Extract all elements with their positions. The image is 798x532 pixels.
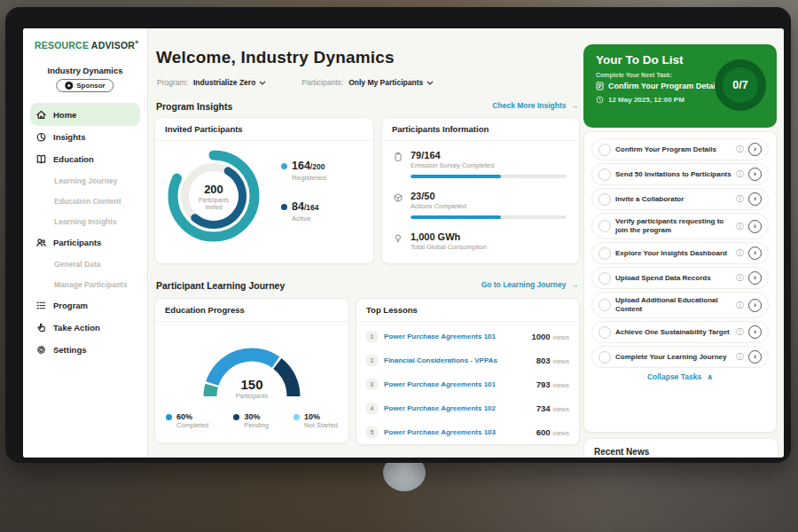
rank-badge: 3 (366, 379, 378, 390)
app-logo: RESOURCE ADVISOR+ (35, 38, 139, 51)
task-row[interactable]: Invite a Collaborator ⓘ › (591, 188, 769, 210)
chevron-right-icon[interactable]: › (748, 325, 762, 339)
task-row[interactable]: Achieve One Sustainability Target ⓘ › (591, 321, 769, 343)
collapse-tasks-link[interactable]: Collapse Tasks ∧ (584, 372, 776, 381)
top-lessons-card: Top Lessons 1 Power Purchase Agreements … (356, 298, 580, 445)
task-checkbox[interactable] (598, 144, 611, 156)
dashboard-screen: RESOURCE ADVISOR+ Industry Dynamics Spon… (23, 28, 784, 458)
rank-badge: 5 (366, 426, 378, 438)
task-checkbox[interactable] (598, 326, 611, 339)
task-row[interactable]: Complete Your Learning Journey ⓘ › (591, 346, 769, 368)
lesson-row: 4 Power Purchase Agreements 102 734 view… (356, 396, 579, 420)
section-learning-journey: Participant Learning Journey (156, 280, 285, 291)
todo-task-list: Confirm Your Program Details ⓘ › Send 50… (583, 131, 777, 433)
sidebar: RESOURCE ADVISOR+ Industry Dynamics Spon… (23, 28, 148, 458)
task-checkbox[interactable] (598, 193, 611, 206)
sponsor-badge[interactable]: Sponsor (56, 79, 113, 92)
clock-icon (596, 96, 604, 104)
task-row[interactable]: Verify participants requesting to join t… (591, 213, 769, 239)
card-title: Top Lessons (356, 299, 579, 322)
lesson-link[interactable]: Power Purchase Agreements 103 (384, 428, 530, 436)
task-row[interactable]: Confirm Your Program Details ⓘ › (591, 138, 769, 160)
sidebar-item-program[interactable]: Program (23, 294, 147, 317)
lesson-link[interactable]: Power Purchase Agreements 102 (384, 404, 530, 412)
sidebar-item-general-data[interactable]: General Data (23, 254, 147, 274)
task-checkbox[interactable] (598, 272, 611, 285)
card-title: Invited Participants (155, 118, 373, 141)
sidebar-item-take-action[interactable]: Take Action (23, 317, 147, 339)
stat-global-consumption: 1,000 GWh Total Global Consumption (393, 231, 567, 251)
info-icon: ⓘ (736, 195, 744, 203)
task-checkbox[interactable] (598, 220, 611, 232)
task-row[interactable]: Upload Spend Data Records ⓘ › (591, 267, 769, 289)
chevron-right-icon[interactable]: › (748, 271, 762, 285)
gear-icon (35, 344, 47, 356)
pending-dot (233, 414, 239, 420)
page-title: Welcome, Industry Dynamics (156, 48, 395, 67)
chevron-right-icon[interactable]: › (748, 192, 762, 206)
sidebar-item-insights[interactable]: Insights (23, 126, 147, 148)
invited-participants-card: Invited Participants 200 Participants In… (154, 117, 374, 264)
lesson-link[interactable]: Power Purchase Agreements 101 (384, 332, 525, 340)
info-icon: ⓘ (736, 274, 744, 282)
chevron-right-icon[interactable]: › (748, 220, 762, 233)
go-to-learning-journey-link[interactable]: Go to Learning Journey→ (462, 280, 578, 289)
participants-select[interactable]: Only My Participants (348, 78, 434, 87)
gauge-legend: 60%Completed 30%Pending 10%Not Started (155, 412, 348, 429)
sidebar-item-education[interactable]: Education (23, 148, 147, 170)
active-dot (281, 204, 287, 210)
sidebar-item-learning-insights[interactable]: Learning Insights (23, 211, 147, 231)
chevron-right-icon[interactable]: › (748, 350, 762, 364)
todo-due-date: 12 May 2025, 12:00 PM (596, 96, 685, 104)
recent-news-card: Recent News (583, 438, 778, 458)
info-icon: ⓘ (736, 223, 744, 231)
task-checkbox[interactable] (598, 299, 611, 311)
rank-badge: 4 (366, 403, 378, 414)
program-label: Program: (157, 78, 188, 87)
arrow-right-icon: → (571, 280, 579, 289)
list-icon (35, 300, 47, 311)
sidebar-item-education-content[interactable]: Education Content (23, 191, 147, 211)
hand-icon (35, 322, 47, 333)
progress-track (411, 215, 567, 219)
registered-dot (281, 163, 287, 169)
lesson-link[interactable]: Financial Considerations - VPPAs (384, 356, 530, 364)
task-checkbox[interactable] (598, 351, 611, 364)
sidebar-item-learning-journey[interactable]: Learning Journey (23, 170, 147, 191)
task-checkbox[interactable] (598, 168, 611, 181)
lesson-link[interactable]: Power Purchase Agreements 101 (384, 380, 530, 388)
participants-information-card: Participants Information 79/164 Emission… (381, 117, 580, 264)
stat-actions-completed: 23/50 Actions Completed (393, 191, 567, 219)
sidebar-item-manage-participants[interactable]: Manage Participants (23, 274, 147, 294)
chevron-right-icon[interactable]: › (748, 143, 762, 156)
lesson-row: 5 Power Purchase Agreements 103 600 view… (356, 420, 579, 444)
todo-progress-ring: 0/7 (715, 59, 766, 111)
info-icon: ⓘ (736, 328, 744, 336)
progress-track (411, 175, 567, 178)
bulb-icon (393, 233, 403, 251)
info-icon: ⓘ (736, 145, 744, 153)
task-checkbox[interactable] (598, 247, 611, 260)
lesson-row: 3 Power Purchase Agreements 101 793 view… (356, 372, 579, 396)
arrow-right-icon: → (571, 101, 579, 110)
participants-label: Participants: (301, 78, 343, 87)
task-row[interactable]: Upload Additional Educational Content ⓘ … (591, 292, 769, 318)
chevron-right-icon[interactable]: › (748, 246, 762, 260)
sidebar-item-home[interactable]: Home (30, 103, 140, 126)
lesson-row: 1 Power Purchase Agreements 101 1000 vie… (356, 325, 579, 348)
education-progress-card: Education Progress 150 Participants 60%C… (154, 298, 349, 443)
sidebar-item-participants[interactable]: Participants (23, 231, 147, 254)
legend-registered: 164/200 Registered (281, 157, 326, 182)
chevron-right-icon[interactable]: › (748, 299, 762, 312)
task-row[interactable]: Explore Your Insights Dashboard ⓘ › (591, 242, 769, 264)
chevron-right-icon[interactable]: › (748, 168, 762, 181)
program-select[interactable]: Industrialize Zero (193, 78, 266, 87)
task-row[interactable]: Send 50 Invitations to Participants ⓘ › (591, 163, 769, 185)
card-title: Participants Information (382, 118, 579, 141)
todo-header-card: Your To Do List Complete Your Next Task:… (583, 44, 777, 128)
sidebar-item-settings[interactable]: Settings (23, 339, 147, 361)
completed-dot (166, 414, 172, 420)
info-icon: ⓘ (736, 301, 744, 309)
check-more-insights-link[interactable]: Check More Insights→ (471, 101, 578, 110)
stat-emission-survey: 79/164 Emission Survey Completed (393, 150, 567, 178)
